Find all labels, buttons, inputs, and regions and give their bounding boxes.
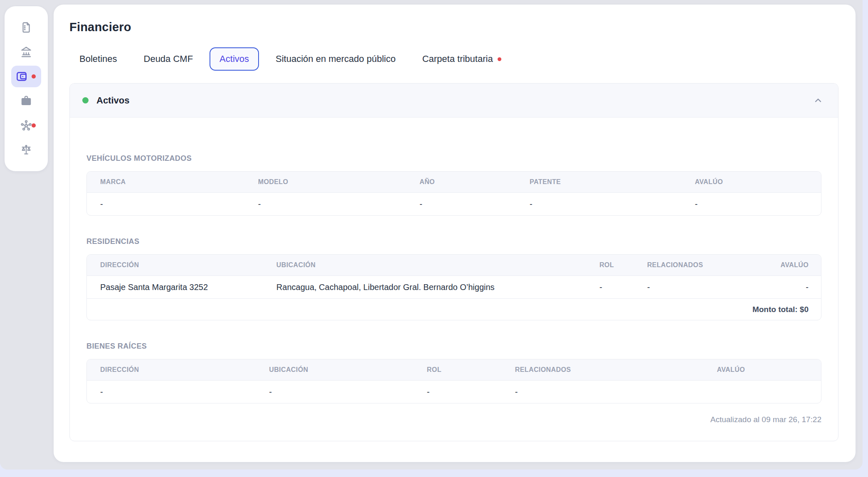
column-header: AVALÚO — [681, 172, 821, 192]
section-label: BIENES RAÍCES — [86, 342, 821, 351]
column-header: ROL — [586, 255, 634, 275]
table-footer-total: Monto total: $0 — [87, 298, 821, 320]
section-vehiculos-motorizados: VEHÍCULOS MOTORIZADOSMARCAMODELOAÑOPATEN… — [86, 154, 821, 216]
column-header: DIRECCIÓN — [87, 359, 256, 380]
column-header: RELACIONADOS — [502, 359, 704, 380]
panel-header[interactable]: Activos — [70, 84, 838, 118]
chevron-up-icon[interactable] — [813, 94, 826, 107]
table-header-row: MARCAMODELOAÑOPATENTEAVALÚO — [87, 172, 821, 192]
column-header: DIRECCIÓN — [87, 255, 263, 275]
column-header: MARCA — [87, 172, 245, 192]
panel-body: VEHÍCULOS MOTORIZADOSMARCAMODELOAÑOPATEN… — [70, 118, 838, 441]
table-cell: - — [245, 192, 407, 215]
table-cell: - — [502, 380, 704, 403]
table-cell: - — [747, 275, 821, 298]
table-cell: - — [87, 192, 245, 215]
sidebar-item-financial[interactable] — [11, 66, 41, 87]
table-bienes-raices: DIRECCIÓNUBICACIÓNROLRELACIONADOSAVALÚO-… — [86, 359, 821, 403]
table-residencias: DIRECCIÓNUBICACIÓNROLRELACIONADOSAVALÚOP… — [86, 254, 821, 320]
column-header: MODELO — [245, 172, 407, 192]
status-dot — [82, 97, 89, 103]
table-cell: - — [516, 192, 681, 215]
column-header: RELACIONADOS — [634, 255, 748, 275]
sidebar-item-institutions[interactable] — [11, 41, 41, 63]
section-residencias: RESIDENCIASDIRECCIÓNUBICACIÓNROLRELACION… — [86, 237, 821, 320]
notification-dot — [32, 74, 36, 79]
tab-label: Activos — [219, 54, 249, 64]
table-cell: - — [681, 192, 821, 215]
table-vehiculos-motorizados: MARCAMODELOAÑOPATENTEAVALÚO----- — [86, 171, 821, 216]
column-header: AVALÚO — [747, 255, 821, 275]
table-cell: - — [406, 192, 516, 215]
sidebar-item-documents[interactable] — [11, 17, 41, 38]
table-row: Pasaje Santa Margarita 3252Rancagua, Cac… — [87, 275, 821, 298]
tab-deuda-cmf[interactable]: Deuda CMF — [134, 47, 203, 71]
table-cell: - — [414, 380, 502, 403]
sidebar-item-network[interactable] — [11, 115, 41, 136]
tab-label: Deuda CMF — [144, 54, 193, 64]
briefcase-icon — [20, 95, 32, 107]
data-table: DIRECCIÓNUBICACIÓNROLRELACIONADOSAVALÚOP… — [87, 255, 821, 320]
panel-title: Activos — [96, 95, 129, 106]
sections: VEHÍCULOS MOTORIZADOSMARCAMODELOAÑOPATEN… — [86, 154, 821, 403]
sidebar-item-work[interactable] — [11, 90, 41, 112]
tab-carpeta-tributaria[interactable]: Carpeta tributaria — [412, 47, 511, 71]
column-header: AÑO — [406, 172, 516, 192]
table-cell: - — [634, 275, 748, 298]
main-card: Financiero BoletinesDeuda CMFActivosSitu… — [54, 5, 856, 462]
tab-bar: BoletinesDeuda CMFActivosSituación en me… — [69, 47, 838, 71]
section-label: RESIDENCIAS — [86, 237, 821, 246]
data-table: DIRECCIÓNUBICACIÓNROLRELACIONADOSAVALÚO-… — [87, 359, 821, 403]
column-header: AVALÚO — [703, 359, 821, 380]
table-cell — [703, 380, 821, 403]
table-cell: - — [256, 380, 414, 403]
table-header-row: DIRECCIÓNUBICACIÓNROLRELACIONADOSAVALÚO — [87, 255, 821, 275]
column-header: UBICACIÓN — [263, 255, 586, 275]
tab-label: Boletines — [79, 54, 117, 64]
tab-situacion-mercado[interactable]: Situación en mercado público — [266, 47, 406, 71]
activos-panel: Activos VEHÍCULOS MOTORIZADOSMARCAMODELO… — [69, 83, 838, 441]
column-header: UBICACIÓN — [256, 359, 414, 380]
table-header-row: DIRECCIÓNUBICACIÓNROLRELACIONADOSAVALÚO — [87, 359, 821, 380]
tab-label: Situación en mercado público — [276, 54, 396, 64]
table-cell: Rancagua, Cachapoal, Libertador Gral. Be… — [263, 275, 586, 298]
table-row: ----- — [87, 192, 821, 215]
table-cell: - — [87, 380, 256, 403]
network-icon — [20, 119, 32, 132]
updated-timestamp: Actualizado al 09 mar 26, 17:22 — [86, 415, 821, 424]
tab-label: Carpeta tributaria — [422, 54, 493, 64]
sidebar — [5, 6, 48, 171]
table-footer-row: Monto total: $0 — [87, 298, 821, 320]
sidebar-item-legal[interactable] — [11, 139, 41, 161]
notification-dot — [498, 57, 501, 61]
table-cell: Pasaje Santa Margarita 3252 — [87, 275, 263, 298]
section-bienes-raices: BIENES RAÍCESDIRECCIÓNUBICACIÓNROLRELACI… — [86, 342, 821, 403]
document-icon — [20, 21, 32, 34]
bank-icon — [20, 46, 32, 58]
table-cell: - — [586, 275, 634, 298]
tab-activos[interactable]: Activos — [210, 47, 259, 71]
column-header: PATENTE — [516, 172, 681, 192]
column-header: ROL — [414, 359, 502, 380]
section-label: VEHÍCULOS MOTORIZADOS — [86, 154, 821, 163]
table-row: ---- — [87, 380, 821, 403]
data-table: MARCAMODELOAÑOPATENTEAVALÚO----- — [87, 172, 821, 215]
scales-icon — [20, 144, 32, 156]
tab-boletines[interactable]: Boletines — [69, 47, 127, 71]
page-title: Financiero — [69, 20, 838, 34]
notification-dot — [32, 123, 36, 128]
